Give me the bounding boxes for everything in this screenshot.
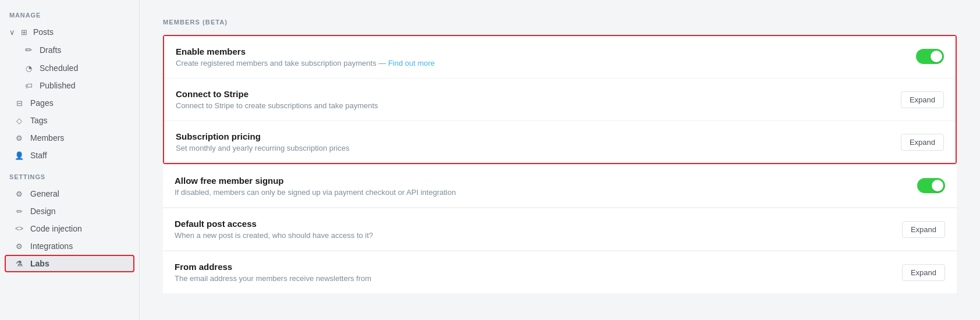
- allow-free-signup-info: Allow free member signup If disabled, me…: [175, 176, 906, 197]
- main-content: MEMBERS (BETA) Enable members Create reg…: [140, 0, 980, 320]
- sidebar-item-labs[interactable]: ⚗ Labs: [5, 255, 134, 272]
- sidebar-item-general[interactable]: ⚙ General: [5, 185, 134, 202]
- general-icon: ⚙: [14, 190, 24, 198]
- drafts-label: Drafts: [40, 45, 61, 55]
- design-label: Design: [30, 207, 56, 216]
- from-address-row: From address The email address your memb…: [163, 251, 957, 293]
- connect-stripe-expand-button[interactable]: Expand: [901, 91, 944, 108]
- posts-children: ✏ Drafts ◔ Scheduled 🏷 Published: [0, 41, 139, 94]
- subscription-pricing-expand-button[interactable]: Expand: [901, 134, 944, 151]
- enable-members-action: [916, 49, 944, 66]
- pages-label: Pages: [30, 98, 54, 108]
- sidebar-item-code-injection[interactable]: <> Code injection: [5, 220, 134, 237]
- staff-icon: 👤: [14, 151, 24, 160]
- enable-members-info: Enable members Create registered members…: [176, 47, 904, 67]
- default-post-access-row: Default post access When a new post is c…: [163, 208, 957, 251]
- published-label: Published: [40, 81, 76, 90]
- allow-free-signup-title: Allow free member signup: [175, 176, 906, 186]
- chevron-icon: ∨: [9, 28, 15, 37]
- default-post-access-title: Default post access: [175, 219, 890, 229]
- allow-free-signup-desc: If disabled, members can only be signed …: [175, 188, 906, 197]
- tags-icon: ◇: [14, 116, 24, 125]
- integrations-icon: ⚙: [14, 242, 24, 251]
- enable-members-row: Enable members Create registered members…: [164, 36, 956, 79]
- default-post-access-info: Default post access When a new post is c…: [175, 219, 890, 240]
- subscription-pricing-title: Subscription pricing: [176, 131, 889, 141]
- default-post-access-action: Expand: [902, 221, 945, 238]
- sidebar-item-tags[interactable]: ◇ Tags: [5, 112, 134, 129]
- find-out-more-link[interactable]: Find out more: [388, 59, 435, 67]
- from-address-expand-button[interactable]: Expand: [902, 264, 945, 281]
- subscription-pricing-desc: Set monthly and yearly recurring subscri…: [176, 144, 889, 152]
- integrations-label: Integrations: [30, 241, 73, 251]
- members-beta-box: Enable members Create registered members…: [163, 35, 957, 164]
- tags-label: Tags: [30, 116, 48, 125]
- enable-members-toggle[interactable]: [916, 49, 944, 64]
- scheduled-label: Scheduled: [40, 63, 78, 73]
- design-icon: ✏: [14, 207, 24, 216]
- connect-stripe-info: Connect to Stripe Connect to Stripe to c…: [176, 89, 889, 110]
- subscription-pricing-row: Subscription pricing Set monthly and yea…: [164, 121, 956, 163]
- drafts-icon: ✏: [23, 45, 34, 55]
- scheduled-icon: ◔: [23, 64, 34, 73]
- sidebar-item-published[interactable]: 🏷 Published: [14, 77, 134, 94]
- allow-free-signup-toggle[interactable]: [917, 178, 945, 193]
- sidebar-item-drafts[interactable]: ✏ Drafts: [14, 41, 134, 59]
- allow-free-signup-action: [917, 178, 945, 195]
- members-section-label: MEMBERS (BETA): [163, 19, 957, 26]
- members-icon: ⚙: [14, 134, 24, 143]
- labs-label: Labs: [30, 259, 49, 268]
- from-address-info: From address The email address your memb…: [175, 262, 890, 283]
- settings-section-label: SETTINGS: [0, 173, 139, 185]
- from-address-title: From address: [175, 262, 890, 272]
- sidebar-item-posts[interactable]: ∨ ⊞ Posts: [0, 23, 139, 41]
- sidebar-item-design[interactable]: ✏ Design: [5, 202, 134, 220]
- from-address-desc: The email address your members receive n…: [175, 274, 890, 283]
- enable-members-title: Enable members: [176, 47, 904, 56]
- code-injection-label: Code injection: [30, 224, 82, 233]
- subscription-pricing-action: Expand: [901, 134, 944, 151]
- connect-stripe-row: Connect to Stripe Connect to Stripe to c…: [164, 79, 956, 121]
- sidebar-item-members[interactable]: ⚙ Members: [5, 129, 134, 147]
- sidebar: MANAGE ∨ ⊞ Posts ✏ Drafts ◔ Scheduled 🏷 …: [0, 0, 140, 320]
- posts-icon: ⊞: [21, 28, 27, 37]
- labs-icon: ⚗: [14, 259, 24, 268]
- manage-section-label: MANAGE: [0, 12, 139, 23]
- allow-free-signup-row: Allow free member signup If disabled, me…: [163, 165, 957, 208]
- enable-members-desc: Create registered members and take subsc…: [176, 59, 904, 67]
- toggle-slider: [916, 49, 944, 64]
- connect-stripe-action: Expand: [901, 91, 944, 108]
- staff-label: Staff: [30, 151, 47, 160]
- code-icon: <>: [14, 225, 24, 233]
- toggle-slider-free: [917, 178, 945, 193]
- pages-icon: ⊟: [14, 99, 24, 108]
- default-post-access-expand-button[interactable]: Expand: [902, 221, 945, 238]
- connect-stripe-desc: Connect to Stripe to create subscription…: [176, 101, 889, 110]
- from-address-action: Expand: [902, 264, 945, 281]
- posts-label: Posts: [33, 27, 54, 37]
- default-post-access-desc: When a new post is created, who should h…: [175, 231, 890, 240]
- subscription-pricing-info: Subscription pricing Set monthly and yea…: [176, 131, 889, 152]
- sidebar-item-pages[interactable]: ⊟ Pages: [5, 94, 134, 112]
- sidebar-item-integrations[interactable]: ⚙ Integrations: [5, 237, 134, 255]
- sidebar-item-staff[interactable]: 👤 Staff: [5, 147, 134, 164]
- connect-stripe-title: Connect to Stripe: [176, 89, 889, 99]
- general-label: General: [30, 189, 59, 198]
- published-icon: 🏷: [23, 81, 34, 90]
- members-label: Members: [30, 133, 64, 143]
- enable-members-desc-before: Create registered members and take subsc…: [176, 59, 388, 67]
- sidebar-item-scheduled[interactable]: ◔ Scheduled: [14, 59, 134, 77]
